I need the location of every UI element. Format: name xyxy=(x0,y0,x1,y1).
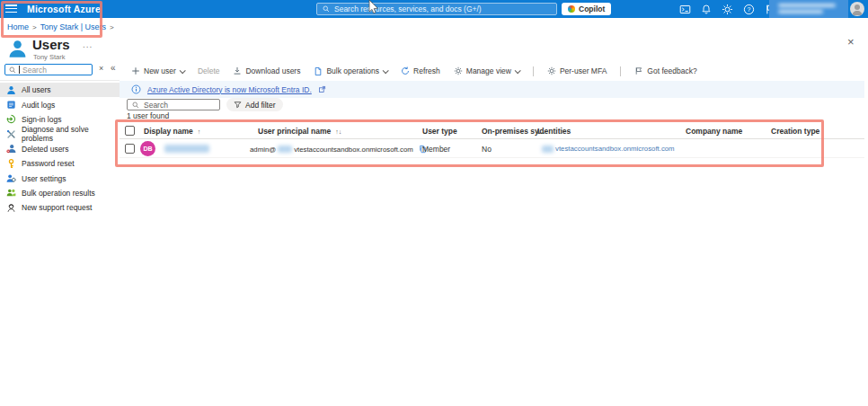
account-avatar[interactable] xyxy=(850,2,864,16)
page-subtitle: Tony Stark xyxy=(33,53,65,61)
account-info-redacted xyxy=(769,0,848,18)
delete-button[interactable]: Delete xyxy=(198,66,220,75)
command-bar: New user Delete Download users Bulk oper… xyxy=(131,63,697,79)
download-icon xyxy=(233,66,242,75)
breadcrumb-home[interactable]: Home xyxy=(7,22,29,31)
plus-icon xyxy=(131,66,140,75)
breadcrumb: Home > Tony Stark | Users > xyxy=(7,22,114,31)
col-company-name[interactable]: Company name xyxy=(686,127,742,136)
refresh-icon xyxy=(401,66,410,75)
chevron-down-icon xyxy=(180,67,186,74)
search-icon xyxy=(132,102,139,109)
filter-funnel-icon xyxy=(234,101,242,109)
sidebar-collapse-icon[interactable]: « xyxy=(111,63,116,73)
redacted-display-name xyxy=(164,145,209,153)
info-icon xyxy=(131,84,141,94)
sidebar-item-user-settings[interactable]: User settings xyxy=(0,171,120,185)
breadcrumb-separator: > xyxy=(32,23,37,31)
cloud-shell-icon[interactable] xyxy=(679,4,691,15)
brand-title[interactable]: Microsoft Azure xyxy=(27,4,101,14)
user-list-search-placeholder: Search xyxy=(144,101,168,110)
sidebar-item-password-reset[interactable]: Password reset xyxy=(0,156,120,171)
sidebar-item-audit-logs[interactable]: Audit logs xyxy=(0,97,120,111)
help-icon[interactable]: ? xyxy=(743,4,755,15)
breadcrumb-current[interactable]: Tony Stark | Users xyxy=(40,22,106,31)
top-bar: Microsoft Azure Search resources, servic… xyxy=(0,0,868,18)
got-feedback-button[interactable]: Got feedback? xyxy=(634,66,696,75)
copilot-icon xyxy=(568,5,575,13)
sort-asc-icon: ↑ xyxy=(198,128,201,135)
sidebar-item-bulk-operation-results[interactable]: Bulk operation results xyxy=(0,186,120,200)
identity-cell-link[interactable]: vtestaccountsandbox.onmicrosoft.com xyxy=(542,145,675,153)
col-user-type[interactable]: User type xyxy=(422,127,457,136)
refresh-button[interactable]: Refresh xyxy=(401,66,440,75)
text-caret xyxy=(19,66,20,74)
sidebar-search-input[interactable]: Search xyxy=(4,64,93,75)
breadcrumb-separator: > xyxy=(110,23,114,31)
users-table-header: Display name↑ User principal name↑↓ User… xyxy=(120,122,864,139)
manage-view-button[interactable]: Manage view xyxy=(454,66,519,75)
bulk-operations-button[interactable]: Bulk operations xyxy=(314,66,387,76)
search-icon xyxy=(9,66,16,74)
sidebar-menu: All users Audit logs Sign-in logs Diagno… xyxy=(0,83,120,216)
hamburger-menu-icon[interactable] xyxy=(5,4,17,13)
copilot-button[interactable]: Copilot xyxy=(562,3,611,15)
notifications-bell-icon[interactable] xyxy=(701,4,712,15)
user-settings-icon xyxy=(6,173,16,183)
user-avatar: DB xyxy=(140,141,155,156)
all-users-icon xyxy=(6,85,16,95)
result-count: 1 user found xyxy=(127,111,169,120)
entra-id-link[interactable]: Azure Active Directory is now Microsoft … xyxy=(147,85,312,94)
col-display-name[interactable]: Display name↑ xyxy=(144,127,200,136)
user-table-row[interactable]: DB admin@ vtestaccountsandbox.onmicrosof… xyxy=(120,139,864,158)
select-all-checkbox[interactable] xyxy=(125,126,135,136)
sidebar-item-deleted-users[interactable]: Deleted users xyxy=(0,142,120,156)
svg-text:?: ? xyxy=(748,5,751,12)
search-icon xyxy=(323,5,330,13)
per-user-mfa-button[interactable]: Per-user MFA xyxy=(547,66,607,75)
document-icon xyxy=(314,66,323,76)
user-list-search-input[interactable]: Search xyxy=(127,99,220,110)
close-blade-button[interactable]: × xyxy=(847,35,855,49)
users-page-icon xyxy=(7,39,28,63)
entra-id-banner: Azure Active Directory is now Microsoft … xyxy=(120,81,864,98)
azure-portal-users-page: Microsoft Azure Search resources, servic… xyxy=(0,0,868,406)
col-creation-type[interactable]: Creation type xyxy=(771,127,819,136)
user-type-cell: Member xyxy=(422,145,450,154)
sidebar-item-all-users[interactable]: All users xyxy=(0,83,120,97)
sort-icon: ↑↓ xyxy=(335,128,341,135)
user-principal-name-cell: admin@ vtestaccountsandbox.onmicrosoft.c… xyxy=(250,145,427,154)
sidebar-item-new-support-request[interactable]: New support request xyxy=(0,200,120,215)
diagnose-tools-icon xyxy=(6,129,16,139)
global-search-input[interactable]: Search resources, services, and docs (G+… xyxy=(316,3,557,15)
col-user-principal-name[interactable]: User principal name↑↓ xyxy=(258,127,341,136)
toolbar-divider xyxy=(620,66,621,76)
download-users-button[interactable]: Download users xyxy=(233,66,300,75)
toolbar-divider xyxy=(533,66,534,76)
global-search-placeholder: Search resources, services, and docs (G+… xyxy=(334,4,482,13)
col-identities[interactable]: Identities xyxy=(537,127,571,136)
support-headset-icon xyxy=(6,203,16,213)
row-checkbox[interactable] xyxy=(125,144,135,154)
on-premises-sync-cell: No xyxy=(482,145,492,154)
deleted-users-icon xyxy=(6,144,16,154)
add-filter-button[interactable]: Add filter xyxy=(226,98,283,111)
feedback-flag-icon xyxy=(634,66,643,75)
sidebar-item-diagnose[interactable]: Diagnose and solve problems xyxy=(0,127,120,141)
settings-gear-icon[interactable] xyxy=(722,4,733,15)
mfa-gear-icon xyxy=(547,66,556,75)
bulk-results-icon xyxy=(6,188,16,198)
password-reset-key-icon xyxy=(6,159,16,169)
col-on-premises-sync[interactable]: On-premises sy... xyxy=(482,127,545,136)
gear-icon xyxy=(454,66,463,75)
audit-logs-icon xyxy=(6,100,16,110)
chevron-down-icon xyxy=(515,67,521,74)
chevron-down-icon xyxy=(383,67,389,74)
page-more-menu[interactable]: ... xyxy=(83,40,93,49)
person-icon xyxy=(850,2,864,16)
sidebar-search-clear-icon[interactable]: × xyxy=(99,64,103,73)
page-title: Users xyxy=(32,37,70,52)
external-link-icon xyxy=(318,85,326,93)
sidebar-divider xyxy=(0,80,120,81)
new-user-button[interactable]: New user xyxy=(131,66,184,75)
